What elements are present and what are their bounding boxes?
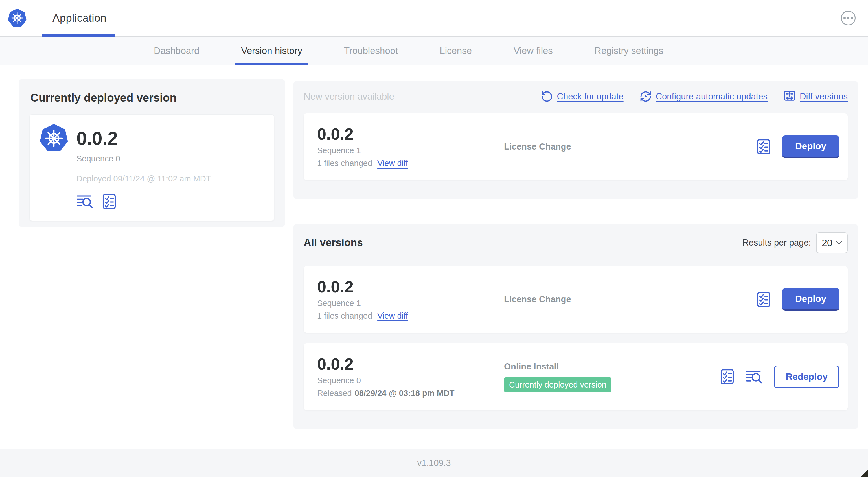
tab-registry-settings[interactable]: Registry settings: [588, 37, 670, 65]
version-source: License Change: [504, 142, 756, 152]
version-row: 0.0.2 Sequence 1 1 files changed View di…: [304, 266, 848, 333]
deploy-button[interactable]: Deploy: [782, 136, 839, 158]
results-per-page-label: Results per page:: [742, 238, 811, 248]
view-diff-link[interactable]: View diff: [377, 159, 408, 168]
diff-versions-link[interactable]: Diff versions: [783, 90, 848, 103]
deployed-timestamp: Deployed 09/11/24 @ 11:02 am MDT: [76, 174, 264, 183]
version-number: 0.0.2: [317, 126, 504, 143]
preflight-checklist-button[interactable]: [101, 193, 117, 209]
version-source: License Change: [504, 294, 756, 304]
refresh-icon: [541, 90, 553, 103]
tab-version-history[interactable]: Version history: [235, 37, 308, 65]
preflight-checklist-button[interactable]: [719, 369, 735, 385]
app-title-underline: [42, 34, 115, 37]
tab-dashboard[interactable]: Dashboard: [148, 37, 206, 65]
chevron-down-icon: [835, 240, 843, 245]
tab-bar: Dashboard Version history Troubleshoot L…: [0, 37, 868, 65]
all-versions-title: All versions: [304, 237, 363, 249]
redeploy-button[interactable]: Redeploy: [774, 365, 839, 388]
check-for-update-link[interactable]: Check for update: [541, 90, 624, 103]
clock-sync-icon: [640, 90, 652, 103]
currently-deployed-badge: Currently deployed version: [504, 377, 612, 392]
version-sequence: Sequence 0: [317, 376, 504, 385]
view-logs-button[interactable]: [746, 369, 763, 384]
ellipsis-icon: [843, 17, 846, 19]
files-changed-text: 1 files changed: [317, 159, 372, 168]
released-timestamp: Released08/29/24 @ 03:18 pm MDT: [317, 389, 504, 398]
deployed-sequence: Sequence 0: [76, 154, 264, 163]
configure-automatic-updates-link[interactable]: Configure automatic updates: [640, 90, 768, 103]
deploy-button[interactable]: Deploy: [782, 288, 839, 311]
tab-troubleshoot[interactable]: Troubleshoot: [338, 37, 404, 65]
main-content: Currently deployed version: [0, 65, 868, 449]
new-version-title: New version available: [304, 91, 394, 102]
tab-view-files[interactable]: View files: [507, 37, 559, 65]
app-footer: v1.109.3: [0, 449, 868, 477]
app-header: Application: [0, 0, 868, 37]
version-sequence: Sequence 1: [317, 299, 504, 308]
preflight-checklist-button[interactable]: [756, 292, 772, 307]
diff-icon: [783, 90, 796, 103]
kubernetes-logo-icon: [8, 9, 27, 27]
all-versions-section: All versions Results per page: 20 0.0.2 …: [293, 224, 858, 429]
version-number: 0.0.2: [317, 278, 504, 296]
view-diff-link[interactable]: View diff: [377, 311, 408, 321]
version-number: 0.0.2: [317, 356, 504, 373]
preflight-checklist-button[interactable]: [756, 139, 772, 155]
console-version: v1.109.3: [417, 458, 451, 468]
version-source: Online Install: [504, 362, 719, 372]
version-sequence: Sequence 1: [317, 146, 504, 155]
app-title: Application: [53, 12, 106, 24]
results-per-page-select[interactable]: 20: [816, 232, 848, 253]
currently-deployed-section: Currently deployed version: [19, 79, 285, 227]
tab-license[interactable]: License: [433, 37, 478, 65]
screen-corner-artifact: [861, 470, 868, 477]
currently-deployed-card: 0.0.2 Sequence 0 Deployed 09/11/24 @ 11:…: [29, 114, 274, 221]
files-changed-text: 1 files changed: [317, 311, 372, 321]
version-row: 0.0.2 Sequence 0 Released08/29/24 @ 03:1…: [304, 344, 848, 410]
deployed-version-number: 0.0.2: [76, 127, 118, 149]
currently-deployed-title: Currently deployed version: [30, 91, 273, 104]
new-version-section: New version available Check for update: [293, 81, 858, 199]
kubernetes-app-icon: [40, 124, 68, 152]
new-version-row: 0.0.2 Sequence 1 1 files changed View di…: [304, 114, 848, 180]
overflow-menu-button[interactable]: [841, 11, 856, 25]
view-logs-button[interactable]: [76, 194, 94, 209]
